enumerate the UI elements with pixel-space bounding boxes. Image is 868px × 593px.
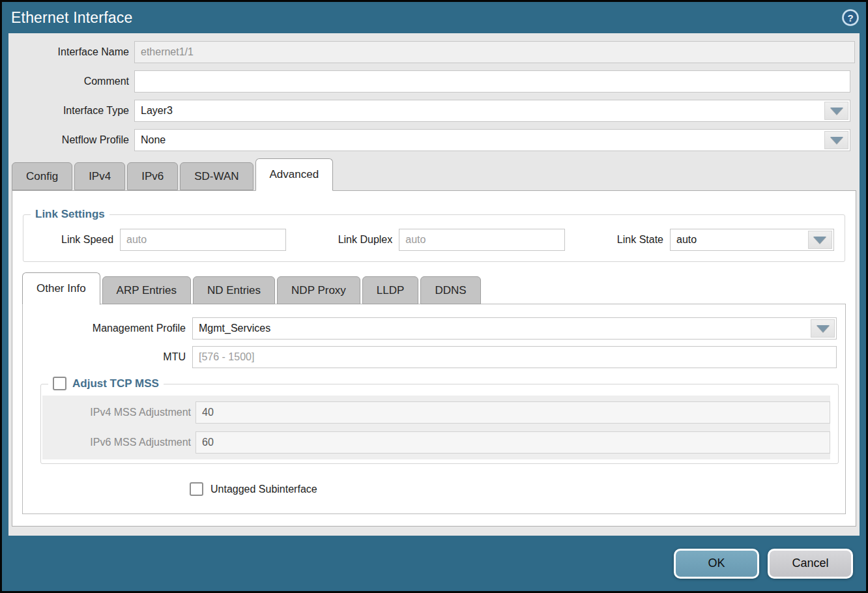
link-duplex-input[interactable]	[399, 229, 565, 251]
comment-input[interactable]	[134, 70, 850, 93]
link-state-group: Link State auto	[617, 229, 834, 251]
help-icon[interactable]: ?	[841, 8, 860, 27]
netflow-profile-value: None	[141, 134, 166, 146]
interface-type-dropdown[interactable]: Layer3	[134, 100, 850, 122]
dialog-title: Ethernet Interface	[11, 9, 132, 27]
netflow-profile-dropdown[interactable]: None	[134, 129, 850, 151]
tab-arp-entries[interactable]: ARP Entries	[102, 276, 191, 304]
tab-ddns[interactable]: DDNS	[420, 276, 480, 304]
chevron-down-icon[interactable]	[824, 102, 848, 120]
adjust-tcp-mss-fieldset: Adjust TCP MSS IPv4 MSS Adjustment IPv6 …	[40, 377, 839, 464]
chevron-down-icon[interactable]	[808, 231, 832, 249]
dialog-body: Interface Name Comment Interface Type La…	[8, 33, 860, 536]
mtu-row: MTU	[23, 346, 845, 368]
ethernet-interface-dialog: Ethernet Interface ? Interface Name Comm…	[0, 0, 868, 593]
link-speed-group: Link Speed	[61, 229, 286, 251]
link-state-label: Link State	[617, 234, 663, 246]
interface-type-label: Interface Type	[8, 105, 129, 117]
tab-ipv6[interactable]: IPv6	[127, 162, 178, 190]
main-tab-bar: Config IPv4 IPv6 SD-WAN Advanced	[8, 158, 860, 190]
link-settings-legend: Link Settings	[31, 208, 109, 221]
comment-label: Comment	[8, 76, 129, 87]
management-profile-label: Management Profile	[23, 323, 186, 334]
cancel-button[interactable]: Cancel	[768, 549, 853, 579]
svg-text:?: ?	[847, 12, 853, 23]
tab-other-info[interactable]: Other Info	[22, 272, 100, 305]
dialog-titlebar: Ethernet Interface ?	[2, 2, 866, 33]
untagged-subinterface-label: Untagged Subinterface	[210, 484, 317, 495]
ipv4-mss-row: IPv4 MSS Adjustment	[42, 401, 830, 424]
link-settings-fieldset: Link Settings Link Speed Link Duplex Lin…	[23, 208, 845, 262]
ok-button[interactable]: OK	[674, 549, 759, 579]
dialog-footer: OK Cancel	[2, 536, 866, 591]
chevron-down-icon[interactable]	[811, 319, 835, 338]
other-info-panel: Management Profile Mgmt_Services MTU Adj…	[22, 304, 846, 514]
interface-type-value: Layer3	[141, 105, 173, 117]
untagged-subinterface-row: Untagged Subinterface	[23, 482, 845, 496]
sub-tab-bar: Other Info ARP Entries ND Entries NDP Pr…	[12, 272, 856, 304]
netflow-profile-row: Netflow Profile None	[8, 129, 860, 151]
link-state-dropdown[interactable]: auto	[670, 229, 834, 251]
ipv4-mss-input	[195, 401, 830, 424]
adjust-tcp-mss-legend-text: Adjust TCP MSS	[72, 377, 159, 390]
interface-name-label: Interface Name	[8, 46, 129, 58]
mtu-label: MTU	[23, 351, 186, 363]
tab-lldp[interactable]: LLDP	[362, 276, 419, 304]
untagged-subinterface-checkbox[interactable]	[190, 482, 203, 496]
advanced-tab-panel: Link Settings Link Speed Link Duplex Lin…	[12, 190, 856, 527]
tab-nd-entries[interactable]: ND Entries	[193, 276, 275, 304]
ipv6-mss-row: IPv6 MSS Adjustment	[42, 431, 830, 454]
link-speed-input[interactable]	[120, 229, 286, 251]
tab-ipv4[interactable]: IPv4	[74, 162, 125, 190]
interface-name-row: Interface Name	[8, 41, 860, 63]
netflow-profile-label: Netflow Profile	[8, 134, 129, 146]
adjust-tcp-mss-checkbox[interactable]	[53, 377, 66, 390]
mtu-input[interactable]	[192, 346, 837, 368]
tab-sd-wan[interactable]: SD-WAN	[180, 162, 253, 190]
mss-disabled-region: IPv4 MSS Adjustment IPv6 MSS Adjustment	[42, 396, 830, 459]
chevron-down-icon[interactable]	[824, 131, 848, 149]
link-speed-label: Link Speed	[61, 234, 113, 246]
interface-type-row: Interface Type Layer3	[8, 100, 860, 122]
management-profile-dropdown[interactable]: Mgmt_Services	[192, 317, 837, 340]
link-settings-row: Link Speed Link Duplex Link State auto	[23, 229, 845, 251]
adjust-tcp-mss-legend: Adjust TCP MSS	[48, 377, 164, 390]
ipv4-mss-label: IPv4 MSS Adjustment	[42, 407, 191, 418]
link-duplex-group: Link Duplex	[338, 229, 566, 251]
link-duplex-label: Link Duplex	[338, 234, 393, 246]
management-profile-row: Management Profile Mgmt_Services	[23, 317, 845, 340]
comment-row: Comment	[8, 70, 860, 93]
tab-config[interactable]: Config	[12, 162, 72, 190]
interface-name-input	[134, 41, 855, 63]
tab-ndp-proxy[interactable]: NDP Proxy	[277, 276, 360, 304]
tab-advanced[interactable]: Advanced	[255, 158, 334, 191]
link-state-value: auto	[676, 234, 697, 246]
ipv6-mss-label: IPv6 MSS Adjustment	[42, 437, 191, 448]
management-profile-value: Mgmt_Services	[199, 323, 270, 334]
ipv6-mss-input	[195, 431, 830, 454]
